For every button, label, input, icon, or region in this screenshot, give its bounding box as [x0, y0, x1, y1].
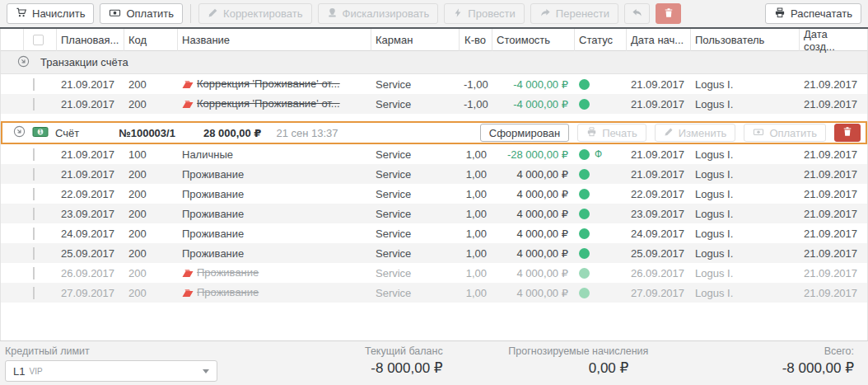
header-planned-date[interactable]: Плановая... — [57, 29, 124, 51]
date-start-cell: 25.09.2017 — [627, 247, 691, 260]
header-qty[interactable]: К-во — [460, 29, 492, 51]
table-header: Плановая... Код Название Карман К-во Сто… — [1, 29, 867, 51]
row-checkbox-cell[interactable] — [24, 78, 57, 91]
print-button[interactable]: Распечатать — [765, 3, 861, 24]
svg-text:1: 1 — [39, 129, 42, 134]
header-checkbox-cell[interactable] — [24, 29, 57, 51]
row-checkbox-cell[interactable] — [24, 208, 57, 220]
table-row[interactable]: 22.09.2017 200 Проживание Service 1,00 4… — [1, 184, 867, 204]
name-cell: Коррекция 'Проживание' от... — [178, 97, 371, 111]
total-label: Всего: — [648, 345, 854, 357]
table-row[interactable]: 21.09.2017 100 Наличные Service 1,00 -28… — [1, 144, 867, 164]
row-checkbox-cell[interactable] — [24, 168, 57, 181]
status-dot-icon — [579, 268, 590, 279]
select-all-checkbox[interactable] — [33, 35, 44, 45]
billing-window: Начислить Оплатить Корректировать Фискал… — [0, 0, 868, 385]
pencil-icon — [208, 7, 218, 21]
planned-date-cell: 26.09.2017 — [57, 267, 124, 279]
row-checkbox[interactable] — [33, 287, 35, 299]
account-transactions-group[interactable]: Транзакции счёта — [1, 51, 867, 74]
row-checkbox[interactable] — [33, 208, 35, 220]
invoice-print-button[interactable]: Печать — [577, 124, 646, 142]
row-checkbox[interactable] — [33, 228, 35, 240]
row-checkbox-cell[interactable] — [24, 188, 57, 200]
qty-cell: 1,00 — [460, 148, 492, 161]
table-row[interactable]: 23.09.2017 200 Проживание Service 1,00 4… — [1, 204, 867, 223]
date-start-cell: 21.09.2017 — [627, 98, 691, 110]
amount-cell: 4 000,00 ₽ — [492, 287, 575, 299]
table-row[interactable]: 24.09.2017 200 Проживание Service 1,00 4… — [1, 223, 867, 243]
row-checkbox-cell[interactable] — [24, 267, 57, 279]
accrue-button[interactable]: Начислить — [7, 3, 94, 24]
credit-limit-value: L1 — [13, 365, 25, 378]
status-cell — [575, 209, 627, 219]
status-dot-icon — [579, 79, 590, 90]
invoice-datetime: 21 сен 13:37 — [276, 127, 338, 139]
invoice-edit-button[interactable]: Изменить — [655, 124, 736, 142]
row-checkbox[interactable] — [33, 267, 35, 279]
row-checkbox[interactable] — [33, 247, 35, 260]
status-cell — [575, 268, 627, 279]
header-pocket[interactable]: Карман — [371, 29, 460, 51]
forecast-value: 0,00 ₽ — [443, 359, 649, 377]
delete-button[interactable] — [656, 3, 681, 24]
date-created-cell: 21.09.2017 — [800, 78, 867, 91]
invoice-label: Счёт — [55, 127, 79, 139]
fiscalize-button[interactable]: Фискализировать — [318, 3, 439, 24]
status-dot-icon — [579, 248, 590, 259]
table-row[interactable]: 25.09.2017 200 Проживание Service 1,00 4… — [1, 243, 867, 263]
name-cell: Проживание — [178, 188, 371, 200]
credit-limit-block: Кредитный лимит L1 VIP — [5, 345, 237, 385]
row-checkbox-cell[interactable] — [24, 228, 57, 240]
credit-limit-select[interactable]: L1 VIP — [5, 360, 217, 382]
undo-button[interactable] — [624, 3, 650, 24]
invoice-status-button[interactable]: Сформирован — [480, 124, 569, 142]
row-checkbox[interactable] — [33, 78, 35, 91]
planned-date-cell: 27.09.2017 — [57, 287, 124, 299]
row-checkbox[interactable] — [33, 148, 35, 161]
post-button[interactable]: Провести — [444, 3, 525, 24]
pocket-cell: Service — [371, 148, 460, 161]
table-row[interactable]: 27.09.2017 200 Проживание Service 1,00 4… — [1, 283, 867, 303]
collapse-invoice-icon[interactable] — [13, 125, 26, 140]
table-row[interactable]: 21.09.2017 200 Проживание Service 1,00 4… — [1, 164, 867, 184]
row-checkbox[interactable] — [33, 98, 35, 110]
row-checkbox-cell[interactable] — [24, 148, 57, 161]
header-cost[interactable]: Стоимость — [492, 29, 575, 51]
row-checkbox-cell[interactable] — [24, 247, 57, 260]
status-cell — [575, 288, 627, 298]
status-cell — [575, 79, 627, 90]
total-value: -8 000,00 ₽ — [648, 359, 854, 377]
row-checkbox[interactable] — [33, 188, 35, 200]
summary-footer: Кредитный лимит L1 VIP Текущий баланс -8… — [0, 340, 868, 385]
accrue-label: Начислить — [32, 7, 85, 20]
row-checkbox[interactable] — [33, 168, 35, 181]
correct-button[interactable]: Корректировать — [198, 3, 311, 24]
table-row[interactable]: 21.09.2017 200 Коррекция 'Проживание' от… — [1, 74, 867, 94]
header-name[interactable]: Название — [178, 29, 371, 51]
amount-cell: -28 000,00 ₽ — [492, 148, 575, 161]
table-row[interactable]: 26.09.2017 200 Проживание Service 1,00 4… — [1, 263, 867, 283]
status-cell — [575, 228, 627, 239]
invoice-delete-button[interactable] — [834, 124, 861, 142]
transfer-button[interactable]: Перенести — [530, 3, 618, 24]
banknote-icon — [753, 127, 764, 139]
stamp-icon — [327, 7, 338, 21]
name-cell: Проживание — [178, 286, 371, 300]
header-user[interactable]: Пользователь — [691, 29, 800, 51]
invoice-pay-button[interactable]: Оплатить — [744, 124, 826, 142]
collapse-group-icon[interactable] — [17, 55, 30, 70]
invoice-row[interactable]: 1 Счёт №100003/1 28 000,00 ₽ 21 сен 13:3… — [1, 121, 867, 144]
row-checkbox-cell[interactable] — [24, 98, 57, 110]
header-code[interactable]: Код — [124, 29, 178, 51]
date-created-cell: 21.09.2017 — [800, 168, 867, 181]
table-row[interactable]: 21.09.2017 200 Коррекция 'Проживание' от… — [1, 94, 867, 114]
invoice-print-label: Печать — [602, 127, 637, 139]
header-date-start[interactable]: Дата нач... — [627, 29, 691, 51]
header-date-created[interactable]: Дата созд... — [800, 29, 867, 51]
name-cell: Проживание — [178, 228, 371, 240]
planned-date-cell: 21.09.2017 — [57, 148, 124, 161]
pay-button[interactable]: Оплатить — [100, 3, 183, 24]
row-checkbox-cell[interactable] — [24, 287, 57, 299]
header-status[interactable]: Статус — [575, 29, 627, 51]
